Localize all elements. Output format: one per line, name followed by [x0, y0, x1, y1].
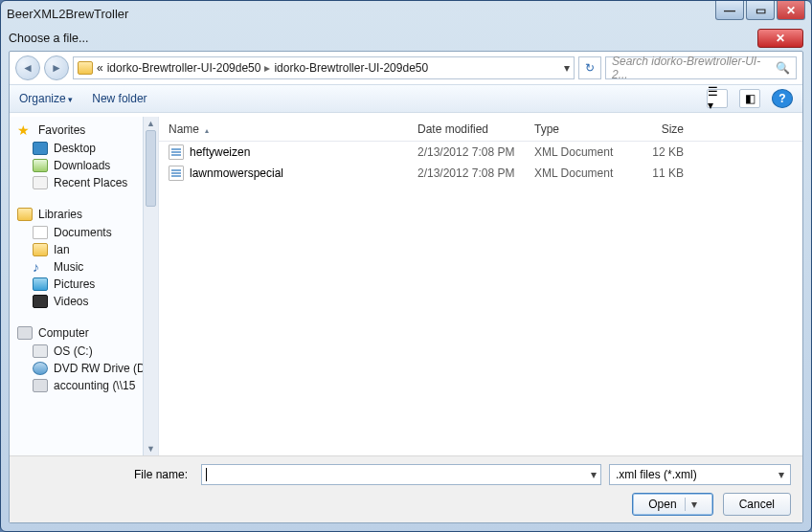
nav-group-favorites[interactable]: ★Favorites: [10, 121, 158, 140]
filename-input[interactable]: ▾: [201, 464, 601, 485]
organize-menu[interactable]: Organize: [19, 92, 73, 105]
nav-item[interactable]: ♪Music: [10, 258, 158, 276]
address-row: ◄ ► « idorko-Brewtroller-UI-209de50 ▸ id…: [10, 52, 802, 84]
app-window: BeerXML2BrewTroller — ▭ ✕ Choose a file.…: [0, 0, 812, 532]
view-menu[interactable]: ☰ ▾: [707, 89, 728, 108]
column-name[interactable]: Name▴: [159, 122, 408, 136]
nav-item[interactable]: Desktop: [10, 140, 158, 157]
scroll-down-icon[interactable]: ▼: [144, 442, 158, 455]
nav-item[interactable]: Videos: [10, 293, 158, 310]
nav-item[interactable]: Ian: [10, 241, 158, 258]
nav-group-computer[interactable]: Computer: [10, 323, 158, 343]
new-folder-button[interactable]: New folder: [92, 92, 147, 105]
dialog-close-button[interactable]: ✕: [757, 29, 803, 48]
column-size[interactable]: Size: [636, 122, 693, 136]
nav-item[interactable]: Downloads: [10, 157, 158, 174]
preview-pane-button[interactable]: ◧: [739, 89, 760, 108]
search-placeholder: Search idorko-Brewtroller-UI-2...: [612, 55, 776, 81]
file-list: Name▴ Date modified Type Size heftyweize…: [158, 117, 802, 455]
refresh-button[interactable]: ↻: [578, 56, 601, 79]
filter-label: .xml files (*.xml): [616, 468, 697, 481]
nav-item[interactable]: Pictures: [10, 276, 158, 293]
breadcrumb-segment[interactable]: idorko-Brewtroller-UI-209de50: [107, 61, 261, 75]
xml-file-icon: [169, 166, 184, 181]
dialog-title: Choose a file...: [9, 32, 88, 45]
dialog-titlebar[interactable]: Choose a file... ✕: [9, 28, 803, 49]
filename-dropdown[interactable]: ▾: [591, 468, 597, 481]
open-button[interactable]: Open ▾: [632, 493, 712, 516]
nav-item[interactable]: OS (C:): [10, 343, 158, 360]
dialog-footer: File name: ▾ .xml files (*.xml) ▾ Open ▾…: [10, 455, 802, 522]
back-button[interactable]: ◄: [15, 55, 40, 80]
breadcrumb-dropdown[interactable]: ▾: [564, 61, 570, 75]
nav-item[interactable]: Documents: [10, 224, 158, 241]
breadcrumb[interactable]: « idorko-Brewtroller-UI-209de50 ▸ idorko…: [73, 56, 575, 79]
help-button[interactable]: ?: [772, 89, 793, 108]
toolbar: Organize New folder ☰ ▾ ◧ ?: [10, 84, 802, 113]
titlebar[interactable]: BeerXML2BrewTroller — ▭ ✕: [1, 1, 811, 26]
nav-scrollbar[interactable]: ▲ ▼: [143, 117, 158, 455]
nav-item[interactable]: accounting (\\15: [10, 377, 158, 394]
column-date[interactable]: Date modified: [408, 122, 525, 136]
nav-item[interactable]: DVD RW Drive (D: [10, 360, 158, 377]
file-row[interactable]: lawnmowerspecial 2/13/2012 7:08 PM XML D…: [159, 163, 802, 184]
close-button[interactable]: ✕: [777, 1, 805, 20]
filename-label: File name:: [21, 468, 193, 481]
search-input[interactable]: Search idorko-Brewtroller-UI-2... 🔍: [605, 56, 797, 79]
nav-group-libraries[interactable]: Libraries: [10, 205, 158, 224]
xml-file-icon: [169, 144, 184, 160]
column-headers: Name▴ Date modified Type Size: [159, 117, 802, 142]
filter-dropdown-icon: ▾: [778, 468, 784, 481]
cancel-button[interactable]: Cancel: [723, 493, 791, 516]
app-title: BeerXML2BrewTroller: [7, 7, 805, 21]
search-icon: 🔍: [776, 61, 790, 75]
open-split-dropdown[interactable]: ▾: [685, 498, 697, 511]
nav-item[interactable]: Recent Places: [10, 174, 158, 191]
forward-button[interactable]: ►: [44, 55, 69, 80]
file-dialog: ◄ ► « idorko-Brewtroller-UI-209de50 ▸ id…: [9, 51, 803, 523]
text-caret: [206, 468, 207, 481]
scroll-thumb[interactable]: [146, 130, 156, 207]
navigation-pane: ★FavoritesDesktopDownloadsRecent PlacesL…: [10, 117, 158, 455]
filetype-filter[interactable]: .xml files (*.xml) ▾: [609, 464, 791, 485]
folder-icon: [78, 61, 93, 75]
column-type[interactable]: Type: [525, 122, 636, 136]
scroll-up-icon[interactable]: ▲: [144, 117, 158, 130]
sort-indicator-icon: ▴: [205, 126, 209, 135]
breadcrumb-overflow[interactable]: «: [97, 61, 103, 75]
file-row[interactable]: heftyweizen 2/13/2012 7:08 PM XML Docume…: [159, 142, 802, 163]
chevron-right-icon: ▸: [264, 61, 270, 75]
maximize-button[interactable]: ▭: [746, 1, 775, 20]
minimize-button[interactable]: —: [715, 1, 744, 20]
breadcrumb-segment[interactable]: idorko-Brewtroller-UI-209de50: [274, 61, 428, 75]
